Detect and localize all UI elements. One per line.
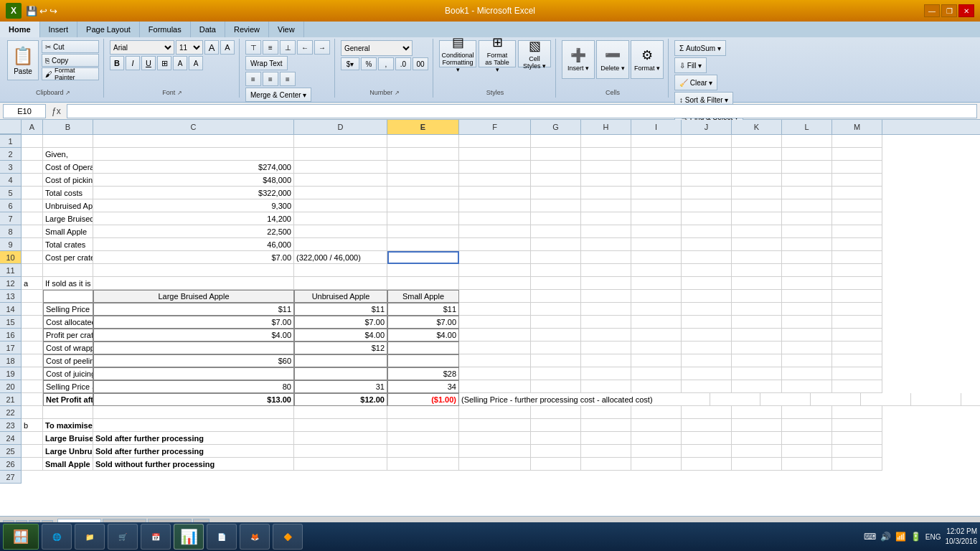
cell-h22[interactable]	[581, 406, 631, 419]
cell-h25[interactable]	[581, 445, 631, 458]
cell-b6[interactable]: Unbruised Apple	[43, 199, 93, 212]
undo-icon[interactable]: ↩	[39, 6, 47, 17]
cell-i23[interactable]	[631, 419, 682, 432]
cell-k21[interactable]	[911, 393, 961, 406]
cell-m14[interactable]	[832, 303, 882, 316]
cell-b14[interactable]: Selling Price per crate	[43, 303, 93, 316]
format-button[interactable]: ⚙ Format ▾	[631, 40, 664, 79]
cell-j24[interactable]	[682, 432, 732, 445]
cell-b12[interactable]: If sold as it is for livestock feed:	[43, 277, 93, 290]
italic-button[interactable]: I	[126, 56, 140, 70]
cell-e22[interactable]	[387, 406, 459, 419]
cell-b18[interactable]: Cost of peeling large bruised apple	[43, 354, 93, 367]
cell-c3[interactable]: $274,000	[93, 161, 294, 174]
border-button[interactable]: ⊞	[157, 56, 171, 70]
cell-g20[interactable]	[531, 380, 581, 393]
taskbar-app-ie[interactable]: 🌐	[42, 524, 72, 550]
col-header-g[interactable]: G	[531, 120, 581, 134]
decrease-decimal-button[interactable]: 00	[413, 57, 428, 70]
paste-button[interactable]: 📋 Paste	[7, 40, 39, 80]
cell-m16[interactable]	[832, 329, 882, 342]
cell-a7[interactable]	[22, 212, 43, 225]
cell-m10[interactable]	[832, 251, 882, 264]
cell-k2[interactable]	[732, 148, 782, 161]
cell-i5[interactable]	[631, 187, 682, 199]
cell-a15[interactable]	[22, 316, 43, 329]
cell-h23[interactable]	[581, 419, 631, 432]
cell-d15[interactable]: $7.00	[294, 316, 387, 329]
cell-c26[interactable]: Sold without further processing	[93, 458, 294, 471]
tab-data[interactable]: Data	[191, 22, 225, 37]
cell-g25[interactable]	[531, 445, 581, 458]
cell-k12[interactable]	[732, 277, 782, 290]
cell-k6[interactable]	[732, 199, 782, 212]
col-header-k[interactable]: K	[732, 120, 782, 134]
cell-c10[interactable]: $7.00	[93, 251, 294, 264]
cell-d16[interactable]: $4.00	[294, 329, 387, 342]
cell-h19[interactable]	[581, 367, 631, 380]
cell-f1[interactable]	[459, 135, 531, 148]
cell-b5[interactable]: Total costs	[43, 187, 93, 199]
cell-e18[interactable]	[387, 354, 459, 367]
row-num-4[interactable]: 4	[0, 174, 22, 187]
percent-button[interactable]: %	[361, 57, 377, 70]
cell-l20[interactable]	[782, 380, 832, 393]
cell-b10[interactable]: Cost per crates	[43, 251, 93, 264]
cell-k25[interactable]	[732, 445, 782, 458]
cell-l6[interactable]	[782, 199, 832, 212]
cell-h9[interactable]	[581, 238, 631, 251]
decrease-font-button[interactable]: A	[220, 40, 235, 55]
cell-i11[interactable]	[631, 264, 682, 277]
cell-g26[interactable]	[531, 458, 581, 471]
cell-i25[interactable]	[631, 445, 682, 458]
cell-c21[interactable]: $13.00	[93, 393, 294, 406]
increase-decimal-button[interactable]: .0	[395, 57, 411, 70]
cell-f7[interactable]	[459, 212, 531, 225]
cell-a21[interactable]	[22, 393, 43, 406]
cell-b2[interactable]: Given,	[43, 148, 93, 161]
cell-d20[interactable]: 31	[294, 380, 387, 393]
cell-a25[interactable]	[22, 445, 43, 458]
cell-f20[interactable]	[459, 380, 531, 393]
cell-m3[interactable]	[832, 161, 882, 174]
cell-b23[interactable]: To maximise revenue:	[43, 419, 93, 432]
cell-a8[interactable]	[22, 225, 43, 238]
redo-icon[interactable]: ↪	[50, 6, 57, 17]
cell-j11[interactable]	[682, 264, 732, 277]
cell-c9[interactable]: 46,000	[93, 238, 294, 251]
cell-i6[interactable]	[631, 199, 682, 212]
cell-a16[interactable]	[22, 329, 43, 342]
cell-f19[interactable]	[459, 367, 531, 380]
font-name-select[interactable]: Arial	[110, 40, 174, 55]
cell-f16[interactable]	[459, 329, 531, 342]
cell-k19[interactable]	[732, 367, 782, 380]
cell-f13[interactable]	[459, 290, 531, 303]
cell-l9[interactable]	[782, 238, 832, 251]
cell-d7[interactable]	[294, 212, 387, 225]
cell-l18[interactable]	[782, 354, 832, 367]
row-num-2[interactable]: 2	[0, 148, 22, 161]
cell-m8[interactable]	[832, 225, 882, 238]
cell-c15[interactable]: $7.00	[93, 316, 294, 329]
cell-d18[interactable]	[294, 354, 387, 367]
cell-i17[interactable]	[631, 342, 682, 354]
cell-b25[interactable]: Large Unbruised Apple	[43, 445, 93, 458]
cell-d4[interactable]	[294, 174, 387, 187]
cell-c1[interactable]	[93, 135, 294, 148]
indent-decrease-button[interactable]: ←	[297, 40, 313, 55]
cell-c16[interactable]: $4.00	[93, 329, 294, 342]
cell-m18[interactable]	[832, 354, 882, 367]
cell-k24[interactable]	[732, 432, 782, 445]
cell-i4[interactable]	[631, 174, 682, 187]
cell-g16[interactable]	[531, 329, 581, 342]
cell-a3[interactable]	[22, 161, 43, 174]
cell-b11[interactable]	[43, 264, 93, 277]
cell-l12[interactable]	[782, 277, 832, 290]
row-num-12[interactable]: 12	[0, 277, 22, 290]
merge-center-button[interactable]: Merge & Center ▾	[245, 88, 311, 102]
font-size-select[interactable]: 11	[176, 40, 203, 55]
cell-d19[interactable]	[294, 367, 387, 380]
cell-b24[interactable]: Large Bruised Apple	[43, 432, 93, 445]
row-num-5[interactable]: 5	[0, 187, 22, 199]
cell-e8[interactable]	[387, 225, 459, 238]
